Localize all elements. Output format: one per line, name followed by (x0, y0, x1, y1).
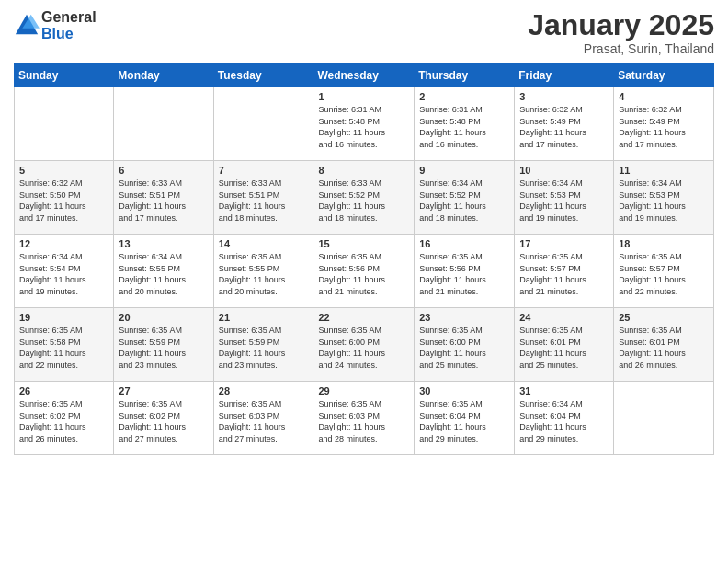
day-number: 2 (419, 91, 509, 102)
cell-info: Sunrise: 6:35 AMSunset: 6:01 PMDaylight:… (619, 325, 709, 371)
day-number: 29 (318, 385, 409, 396)
week-row-1: 1Sunrise: 6:31 AMSunset: 5:48 PMDaylight… (15, 87, 714, 161)
cell-info: Sunrise: 6:35 AMSunset: 6:02 PMDaylight:… (19, 398, 108, 444)
cell-info: Sunrise: 6:35 AMSunset: 6:03 PMDaylight:… (219, 398, 309, 444)
day-number: 17 (519, 238, 609, 249)
calendar-cell: 1Sunrise: 6:31 AMSunset: 5:48 PMDaylight… (313, 87, 415, 161)
page: General Blue January 2025 Prasat, Surin,… (0, 0, 728, 563)
calendar-cell (114, 87, 213, 161)
calendar-cell: 21Sunrise: 6:35 AMSunset: 5:59 PMDayligh… (213, 308, 313, 382)
calendar-cell: 31Sunrise: 6:34 AMSunset: 6:04 PMDayligh… (515, 382, 614, 455)
day-number: 5 (19, 165, 108, 176)
day-number: 22 (318, 312, 409, 323)
cell-info: Sunrise: 6:33 AMSunset: 5:51 PMDaylight:… (119, 178, 208, 224)
calendar-cell: 20Sunrise: 6:35 AMSunset: 5:59 PMDayligh… (114, 308, 213, 382)
cell-info: Sunrise: 6:32 AMSunset: 5:49 PMDaylight:… (519, 104, 609, 150)
calendar-cell: 9Sunrise: 6:34 AMSunset: 5:52 PMDaylight… (415, 161, 515, 235)
cell-info: Sunrise: 6:35 AMSunset: 6:00 PMDaylight:… (419, 325, 509, 371)
day-number: 8 (318, 165, 409, 176)
day-number: 27 (119, 385, 208, 396)
calendar: SundayMondayTuesdayWednesdayThursdayFrid… (14, 63, 714, 455)
day-number: 12 (19, 238, 108, 249)
cell-info: Sunrise: 6:35 AMSunset: 5:59 PMDaylight:… (119, 325, 208, 371)
calendar-cell: 10Sunrise: 6:34 AMSunset: 5:53 PMDayligh… (515, 161, 614, 235)
day-number: 16 (419, 238, 509, 249)
header-friday: Friday (515, 64, 614, 87)
week-row-4: 19Sunrise: 6:35 AMSunset: 5:58 PMDayligh… (15, 308, 714, 382)
cell-info: Sunrise: 6:31 AMSunset: 5:48 PMDaylight:… (419, 104, 509, 150)
calendar-cell: 28Sunrise: 6:35 AMSunset: 6:03 PMDayligh… (213, 382, 313, 455)
cell-info: Sunrise: 6:32 AMSunset: 5:49 PMDaylight:… (619, 104, 709, 150)
day-number: 18 (619, 238, 709, 249)
cell-info: Sunrise: 6:34 AMSunset: 5:53 PMDaylight:… (619, 178, 709, 224)
day-number: 1 (318, 91, 409, 102)
calendar-cell: 16Sunrise: 6:35 AMSunset: 5:56 PMDayligh… (415, 235, 515, 308)
logo-text: General Blue (41, 9, 97, 41)
calendar-cell: 6Sunrise: 6:33 AMSunset: 5:51 PMDaylight… (114, 161, 213, 235)
day-number: 30 (419, 385, 509, 396)
location-subtitle: Prasat, Surin, Thailand (528, 41, 714, 56)
day-number: 28 (219, 385, 309, 396)
calendar-cell: 3Sunrise: 6:32 AMSunset: 5:49 PMDaylight… (515, 87, 614, 161)
day-number: 19 (19, 312, 108, 323)
cell-info: Sunrise: 6:31 AMSunset: 5:48 PMDaylight:… (318, 104, 409, 150)
cell-info: Sunrise: 6:35 AMSunset: 5:55 PMDaylight:… (219, 251, 309, 297)
calendar-cell: 30Sunrise: 6:35 AMSunset: 6:04 PMDayligh… (415, 382, 515, 455)
header-sunday: Sunday (15, 64, 114, 87)
calendar-cell: 22Sunrise: 6:35 AMSunset: 6:00 PMDayligh… (313, 308, 415, 382)
calendar-cell: 11Sunrise: 6:34 AMSunset: 5:53 PMDayligh… (614, 161, 714, 235)
day-number: 7 (219, 165, 309, 176)
week-row-5: 26Sunrise: 6:35 AMSunset: 6:02 PMDayligh… (15, 382, 714, 455)
day-number: 4 (619, 91, 709, 102)
calendar-cell: 19Sunrise: 6:35 AMSunset: 5:58 PMDayligh… (15, 308, 114, 382)
calendar-cell: 17Sunrise: 6:35 AMSunset: 5:57 PMDayligh… (515, 235, 614, 308)
day-number: 6 (119, 165, 208, 176)
week-row-2: 5Sunrise: 6:32 AMSunset: 5:50 PMDaylight… (15, 161, 714, 235)
day-number: 21 (219, 312, 309, 323)
day-number: 13 (119, 238, 208, 249)
calendar-cell: 4Sunrise: 6:32 AMSunset: 5:49 PMDaylight… (614, 87, 714, 161)
day-number: 23 (419, 312, 509, 323)
header-wednesday: Wednesday (313, 64, 415, 87)
calendar-cell: 13Sunrise: 6:34 AMSunset: 5:55 PMDayligh… (114, 235, 213, 308)
cell-info: Sunrise: 6:34 AMSunset: 5:53 PMDaylight:… (519, 178, 609, 224)
calendar-cell: 15Sunrise: 6:35 AMSunset: 5:56 PMDayligh… (313, 235, 415, 308)
logo: General Blue (14, 9, 97, 41)
cell-info: Sunrise: 6:35 AMSunset: 6:00 PMDaylight:… (318, 325, 409, 371)
day-number: 14 (219, 238, 309, 249)
calendar-cell: 29Sunrise: 6:35 AMSunset: 6:03 PMDayligh… (313, 382, 415, 455)
cell-info: Sunrise: 6:35 AMSunset: 5:56 PMDaylight:… (419, 251, 509, 297)
calendar-cell: 23Sunrise: 6:35 AMSunset: 6:00 PMDayligh… (415, 308, 515, 382)
cell-info: Sunrise: 6:35 AMSunset: 5:58 PMDaylight:… (19, 325, 108, 371)
cell-info: Sunrise: 6:35 AMSunset: 6:01 PMDaylight:… (519, 325, 609, 371)
header-tuesday: Tuesday (213, 64, 313, 87)
calendar-cell: 14Sunrise: 6:35 AMSunset: 5:55 PMDayligh… (213, 235, 313, 308)
calendar-cell (614, 382, 714, 455)
day-number: 9 (419, 165, 509, 176)
title-area: January 2025 Prasat, Surin, Thailand (528, 9, 714, 56)
cell-info: Sunrise: 6:32 AMSunset: 5:50 PMDaylight:… (19, 178, 108, 224)
cell-info: Sunrise: 6:34 AMSunset: 5:55 PMDaylight:… (119, 251, 208, 297)
cell-info: Sunrise: 6:35 AMSunset: 5:59 PMDaylight:… (219, 325, 309, 371)
calendar-cell: 26Sunrise: 6:35 AMSunset: 6:02 PMDayligh… (15, 382, 114, 455)
day-number: 3 (519, 91, 609, 102)
cell-info: Sunrise: 6:35 AMSunset: 5:57 PMDaylight:… (619, 251, 709, 297)
calendar-cell: 2Sunrise: 6:31 AMSunset: 5:48 PMDaylight… (415, 87, 515, 161)
cell-info: Sunrise: 6:35 AMSunset: 6:03 PMDaylight:… (318, 398, 409, 444)
day-number: 11 (619, 165, 709, 176)
header-monday: Monday (114, 64, 213, 87)
month-title: January 2025 (528, 9, 714, 41)
header: General Blue January 2025 Prasat, Surin,… (14, 9, 714, 56)
calendar-cell: 18Sunrise: 6:35 AMSunset: 5:57 PMDayligh… (614, 235, 714, 308)
week-row-3: 12Sunrise: 6:34 AMSunset: 5:54 PMDayligh… (15, 235, 714, 308)
calendar-cell: 5Sunrise: 6:32 AMSunset: 5:50 PMDaylight… (15, 161, 114, 235)
calendar-cell (15, 87, 114, 161)
calendar-cell: 24Sunrise: 6:35 AMSunset: 6:01 PMDayligh… (515, 308, 614, 382)
calendar-cell (213, 87, 313, 161)
calendar-cell: 8Sunrise: 6:33 AMSunset: 5:52 PMDaylight… (313, 161, 415, 235)
calendar-cell: 7Sunrise: 6:33 AMSunset: 5:51 PMDaylight… (213, 161, 313, 235)
day-number: 20 (119, 312, 208, 323)
day-number: 25 (619, 312, 709, 323)
calendar-header-row: SundayMondayTuesdayWednesdayThursdayFrid… (15, 64, 714, 87)
day-number: 10 (519, 165, 609, 176)
